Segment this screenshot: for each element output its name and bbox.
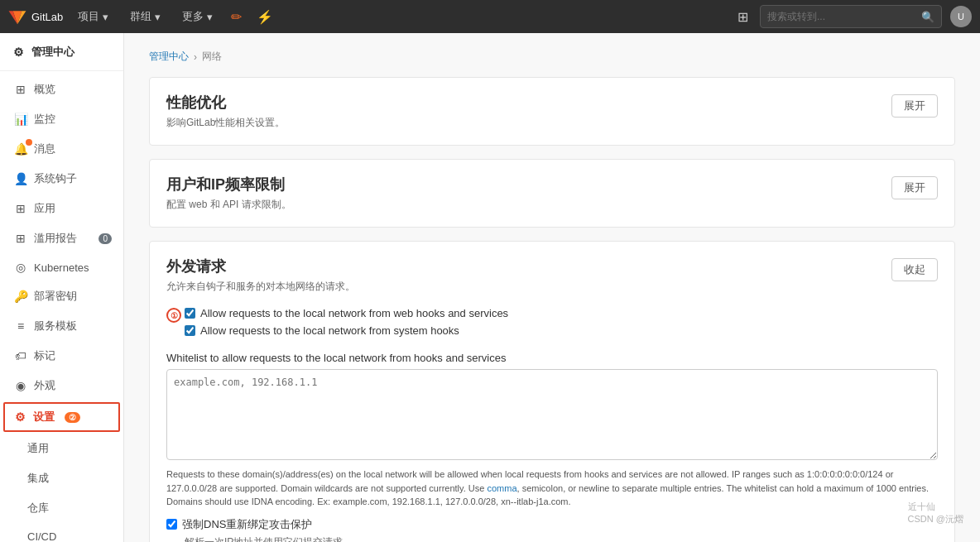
sidebar-sub-general[interactable]: 通用 [0,434,123,463]
performance-desc: 影响GitLab性能相关设置。 [166,116,285,130]
sidebar-item-labels[interactable]: 🏷 标记 [0,341,123,371]
sidebar-sub-repository[interactable]: 仓库 [0,493,123,523]
outbound-checkboxes-row: ① Allow requests to the local network fr… [166,302,938,342]
top-navigation: GitLab 项目 ▾ 群组 ▾ 更多 ▾ ✏ ⚡ ⊞ 🔍 U [0,0,980,33]
checkbox-dns[interactable] [166,519,177,530]
checkbox-system-hooks[interactable] [185,325,195,336]
sidebar-item-appearance[interactable]: ◉ 外观 [0,371,123,401]
admin-center-header: ⚙ 管理中心 [0,33,123,67]
performance-expand-button[interactable]: 展开 [891,94,938,118]
checkbox-system-hooks-label: Allow requests to the local network from… [200,324,459,337]
outbound-desc: 允许来自钩子和服务的对本地网络的请求。 [166,280,355,294]
search-icon: 🔍 [921,11,934,23]
monitor-icon: 📊 [14,113,27,126]
search-box[interactable]: 🔍 [760,5,942,28]
user-avatar[interactable]: U [950,6,972,27]
whitelist-help-text: Requests to these domain(s)/address(es) … [166,468,938,509]
sidebar-item-messages[interactable]: 🔔 消息 [0,134,123,164]
dns-label: 强制DNS重新绑定攻击保护 [182,517,312,532]
messages-icon: 🔔 [14,142,27,156]
sidebar-item-monitor[interactable]: 📊 监控 [0,104,123,134]
sidebar-item-deploy-keys[interactable]: 🔑 部署密钥 [0,281,123,311]
sidebar-item-overview[interactable]: ⊞ 概览 [0,74,123,104]
search-input[interactable] [767,11,921,22]
sidebar-settings-section[interactable]: ⚙ 设置 ② [3,402,120,432]
edit-icon[interactable]: ✏ [228,9,245,25]
annotation-circle-1: ① [166,308,181,323]
sidebar-sub-integrations[interactable]: 集成 [0,463,123,493]
performance-title: 性能优化 [166,93,285,113]
sidebar-item-applications[interactable]: ⊞ 应用 [0,194,123,223]
performance-section: 性能优化 影响GitLab性能相关设置。 展开 [149,77,955,146]
checkbox-system-hooks-row: Allow requests to the local network from… [185,324,508,337]
gitlab-wordmark: GitLab [31,11,63,23]
sidebar: ⚙ 管理中心 ⊞ 概览 📊 监控 🔔 消息 👤 系统钩子 ⊞ 应用 ⊞ 滥用报告 [0,33,124,542]
sidebar-item-system-hooks[interactable]: 👤 系统钩子 [0,164,123,194]
gitlab-logo[interactable]: GitLab [8,7,63,26]
sidebar-item-kubernetes[interactable]: ◎ Kubernetes [0,253,123,281]
admin-icon: ⚙ [12,46,25,59]
whitelist-label: Whitelist to allow requests to the local… [166,352,938,364]
settings-gear-icon: ⚙ [13,410,26,424]
outbound-collapse-button[interactable]: 收起 [891,258,938,281]
nav-more[interactable]: 更多 ▾ [175,9,219,24]
whitelist-textarea[interactable] [166,369,938,460]
template-icon: ≡ [14,319,27,333]
appearance-icon: ◉ [14,379,27,392]
comma-link[interactable]: comma [487,483,516,493]
alert-icon[interactable]: ⚡ [253,9,276,25]
checkbox-webhooks[interactable] [185,308,195,319]
outbound-section: 外发请求 允许来自钩子和服务的对本地网络的请求。 收起 ① Allow requ… [149,241,955,542]
apps-icon: ⊞ [14,202,27,215]
admin-label: 管理中心 [31,45,74,60]
checkbox-webhooks-row: Allow requests to the local network from… [185,307,508,319]
outbound-info: 外发请求 允许来自钩子和服务的对本地网络的请求。 [166,257,355,294]
abuse-icon: ⊞ [14,232,27,245]
breadcrumb-admin[interactable]: 管理中心 [149,50,189,64]
dns-protection-row: 强制DNS重新绑定攻击保护 [166,517,938,532]
rate-limit-desc: 配置 web 和 API 请求限制。 [166,198,291,212]
nav-projects[interactable]: 项目 ▾ [71,9,115,24]
rate-limit-expand-button[interactable]: 展开 [891,176,938,199]
watermark: 近十仙CSDN @沅熠 [908,501,963,525]
hooks-icon: 👤 [14,172,27,185]
breadcrumb-separator: › [194,51,197,63]
performance-info: 性能优化 影响GitLab性能相关设置。 [166,93,285,130]
key-icon: 🔑 [14,290,27,303]
rate-limit-section: 用户和IP频率限制 配置 web 和 API 请求限制。 展开 [149,159,955,228]
rate-limit-title: 用户和IP频率限制 [166,175,291,194]
dns-sublabel: 解析一次IP地址并使用它们提交请求 [185,535,938,543]
nav-groups[interactable]: 群组 ▾ [123,9,167,24]
overview-icon: ⊞ [14,83,27,96]
sidebar-sub-cicd[interactable]: CI/CD [0,523,123,542]
breadcrumb: 管理中心 › 网络 [149,50,955,64]
breadcrumb-current: 网络 [202,50,222,64]
rate-limit-info: 用户和IP频率限制 配置 web 和 API 请求限制。 [166,175,291,212]
main-content: 管理中心 › 网络 性能优化 影响GitLab性能相关设置。 展开 用户和IP频… [124,33,980,542]
sidebar-item-abuse-reports[interactable]: ⊞ 滥用报告 0 [0,223,123,253]
k8s-icon: ◎ [14,261,27,274]
sidebar-item-service-templates[interactable]: ≡ 服务模板 [0,311,123,341]
plus-icon[interactable]: ⊞ [734,9,752,25]
outbound-title: 外发请求 [166,257,355,276]
label-icon: 🏷 [14,349,27,362]
checkbox-webhooks-label: Allow requests to the local network from… [200,307,508,319]
